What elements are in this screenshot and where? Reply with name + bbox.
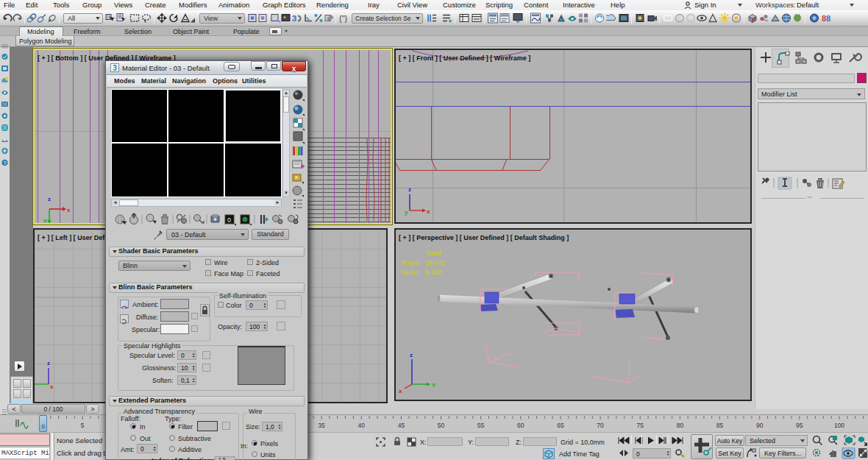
svg-text:z: z xyxy=(410,352,413,358)
svg-text:85: 85 xyxy=(716,422,724,429)
svg-text:65: 65 xyxy=(557,422,564,429)
svg-text:z: z xyxy=(408,186,411,193)
svg-text:100: 100 xyxy=(834,422,844,429)
svg-text:Y: Y xyxy=(432,382,436,389)
svg-text:60: 60 xyxy=(517,422,524,429)
svg-text:z: z xyxy=(47,360,50,367)
svg-text:y: y xyxy=(405,209,408,216)
svg-text:35: 35 xyxy=(318,422,325,429)
svg-text:y: y xyxy=(43,217,47,223)
svg-text:?: ? xyxy=(3,160,7,166)
svg-text:80: 80 xyxy=(677,422,684,429)
svg-text:x: x xyxy=(50,383,54,390)
svg-text:0: 0 xyxy=(227,216,231,224)
svg-text:75: 75 xyxy=(636,422,644,429)
svg-text:45: 45 xyxy=(398,422,405,429)
svg-text:90: 90 xyxy=(756,422,764,429)
svg-text:55: 55 xyxy=(477,422,485,429)
svg-text:70: 70 xyxy=(597,422,604,429)
svg-text:z: z xyxy=(48,196,51,202)
svg-text:95: 95 xyxy=(796,422,803,429)
svg-text:5: 5 xyxy=(81,422,85,429)
svg-text:40: 40 xyxy=(357,422,365,429)
svg-text:x: x xyxy=(67,207,71,213)
svg-text:8: 8 xyxy=(826,14,830,23)
svg-text:3: 3 xyxy=(292,14,296,23)
svg-text:x: x xyxy=(427,208,430,215)
svg-text:{"}: {"} xyxy=(339,14,348,23)
svg-text:x: x xyxy=(399,388,402,394)
svg-text:50: 50 xyxy=(438,422,445,429)
